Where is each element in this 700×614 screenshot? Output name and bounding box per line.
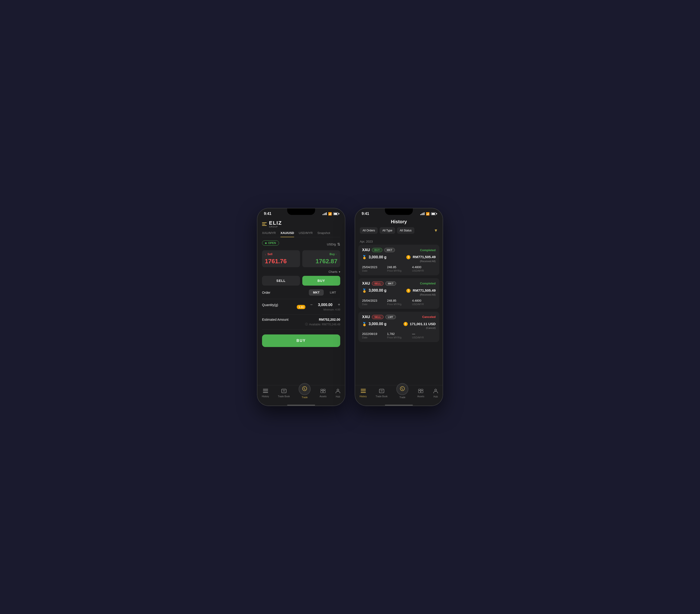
buy-button[interactable]: BUY	[302, 276, 340, 285]
svg-rect-2	[263, 392, 268, 393]
history-card-2[interactable]: XAU SELL MKT Completed 🏅 3,000.00 g $ RM…	[358, 278, 439, 309]
quantity-minus-button[interactable]: −	[310, 302, 313, 307]
logo-icon	[262, 222, 267, 226]
history-card-1[interactable]: XAU BUY MKT Completed 🏅 3,000.00 g $ RM7…	[358, 245, 439, 276]
nav-hub-label-right: Hub	[434, 395, 438, 398]
filter-all-orders[interactable]: All Orders	[360, 227, 378, 234]
card-status-2: Completed	[420, 282, 436, 285]
nav-trade-left[interactable]: Trade	[299, 388, 311, 399]
estimated-value: RM752,202.00	[319, 318, 340, 321]
svg-rect-9	[323, 389, 325, 390]
trade-icon-right	[400, 386, 405, 392]
card-header-2: XAU SELL MKT Completed	[362, 281, 436, 285]
quantity-plus-button[interactable]: +	[338, 302, 340, 307]
card-asset-3: XAU	[362, 315, 370, 319]
big-buy-button[interactable]: BUY	[262, 334, 340, 347]
card-rm-value-2: RM771,505.49	[413, 289, 436, 292]
card-asset-1: XAU	[362, 248, 370, 252]
assets-icon-right	[418, 389, 423, 394]
nav-assets-left[interactable]: Assets	[320, 389, 326, 398]
svg-rect-8	[321, 389, 323, 390]
estimated-row: Estimated Amount RM752,202.00	[262, 318, 340, 321]
history-icon-left	[263, 389, 268, 394]
filter-funnel-icon[interactable]: ▼	[434, 228, 438, 233]
status-icons-left: 📶	[323, 212, 338, 216]
time-left: 9:41	[264, 212, 271, 216]
filter-all-type[interactable]: All Type	[379, 227, 395, 234]
history-cards: XAU BUY MKT Completed 🏅 3,000.00 g $ RM7…	[355, 245, 442, 345]
available-text: Available: RM770,248.49	[309, 323, 340, 326]
tab-xau-myr[interactable]: XAU/MYR	[262, 231, 276, 237]
nav-tradebook-right[interactable]: Trade Book	[376, 389, 387, 398]
status-icons-right: 📶	[420, 212, 436, 216]
tab-xau-usd[interactable]: XAU/USD	[280, 231, 294, 237]
detail-date-1: 25/04/2023 Date	[362, 265, 386, 272]
bottom-nav-right: History Trade Book Trade Assets	[355, 385, 442, 403]
nav-history-left[interactable]: History	[262, 389, 269, 398]
logo-group: GROUP	[269, 226, 282, 228]
bottom-nav-left: History Trade Book Trade Assets	[258, 385, 345, 403]
pair-tabs: XAU/MYR XAU/USD USD/MYR Snapshot	[262, 231, 340, 237]
card-order-type-2: MKT	[385, 281, 396, 285]
estimated-label: Estimated Amount	[262, 318, 289, 321]
svg-rect-17	[418, 391, 421, 393]
detail-date-3: 2022/08/19 Date	[362, 332, 386, 339]
nav-tradebook-left[interactable]: Trade Book	[278, 389, 290, 398]
card-qty-value-1: 3,000.00 g	[368, 255, 387, 259]
nav-hub-label-left: Hub	[336, 395, 340, 398]
spread-badge: 1.11	[297, 305, 305, 309]
buy-price: 1762.87	[305, 258, 337, 265]
swap-icon[interactable]: ⇅	[337, 242, 340, 246]
buy-card: Buy ↑ 1762.87	[302, 250, 340, 267]
card-qty-2: 🏅 3,000.00 g	[362, 289, 387, 293]
tab-usd-myr[interactable]: USD/MYR	[299, 231, 313, 237]
card-amount-sub-1: (Received All)	[406, 260, 436, 263]
unit-text: USD/g	[327, 243, 336, 246]
history-icon-right	[361, 389, 366, 394]
hub-icon-left	[335, 389, 340, 395]
notch-right	[385, 208, 413, 215]
quantity-value: 3,000.00	[316, 303, 334, 307]
left-phone-content: ELIZ GROUP XAU/MYR XAU/USD USD/MYR Snaps…	[258, 218, 345, 385]
history-card-3[interactable]: XAU SELL LMT Canceled 🏅 3,000.00 g $ 171…	[358, 312, 439, 342]
status-bar-left: 9:41 📶	[258, 208, 345, 218]
home-indicator-left	[287, 405, 315, 406]
tab-snapshot[interactable]: Snapshot	[317, 231, 330, 237]
buy-label: Buy ↑	[305, 253, 337, 256]
gold-icon-2: 🏅	[362, 289, 367, 293]
order-mkt-button[interactable]: MKT	[309, 289, 324, 296]
trade-icon-left	[302, 386, 308, 392]
card-type-2: SELL	[372, 281, 384, 285]
charts-label: Charts	[328, 270, 337, 273]
filter-all-status[interactable]: All Status	[397, 227, 414, 234]
nav-assets-right[interactable]: Assets	[417, 389, 424, 398]
home-indicator-right	[385, 405, 413, 406]
sell-button[interactable]: SELL	[262, 276, 300, 285]
detail-price-3: 1,782 Price MYR/g	[387, 332, 411, 339]
sell-price: 1761.76	[265, 258, 297, 265]
svg-point-21	[435, 389, 437, 391]
order-label: Order	[262, 291, 271, 294]
battery-left	[333, 212, 338, 215]
card-status-1: Completed	[420, 248, 436, 252]
signal-right	[420, 212, 424, 215]
wifi-icon-left: 📶	[328, 212, 332, 216]
card-qty-value-3: 3,000.00 g	[368, 322, 387, 326]
svg-rect-1	[263, 391, 268, 391]
nav-trade-right[interactable]: Trade	[396, 388, 409, 399]
logo-label: ELIZ GROUP	[269, 220, 282, 228]
charts-chevron[interactable]: ▾	[339, 270, 340, 273]
card-amount-2: 🏅 3,000.00 g $ RM771,505.49 (Received Al…	[362, 289, 436, 296]
nav-hub-right[interactable]: Hub	[433, 389, 438, 398]
quantity-minimum: Minimum: 4.00	[262, 308, 340, 315]
trade-header: ELIZ GROUP XAU/MYR XAU/USD USD/MYR Snaps…	[258, 218, 345, 237]
order-lmt-button[interactable]: LMT	[326, 289, 340, 296]
charts-row: Charts ▾	[262, 270, 340, 273]
svg-rect-3	[282, 389, 286, 393]
card-amount-sub-3: (Cancel)	[403, 327, 436, 329]
quantity-label: Quantity(g)	[262, 303, 278, 307]
nav-history-right[interactable]: History	[360, 389, 367, 398]
nav-hub-left[interactable]: Hub	[335, 389, 340, 398]
card-amount-1: 🏅 3,000.00 g $ RM771,505.49 (Received Al…	[362, 255, 436, 263]
svg-rect-7	[323, 391, 325, 393]
